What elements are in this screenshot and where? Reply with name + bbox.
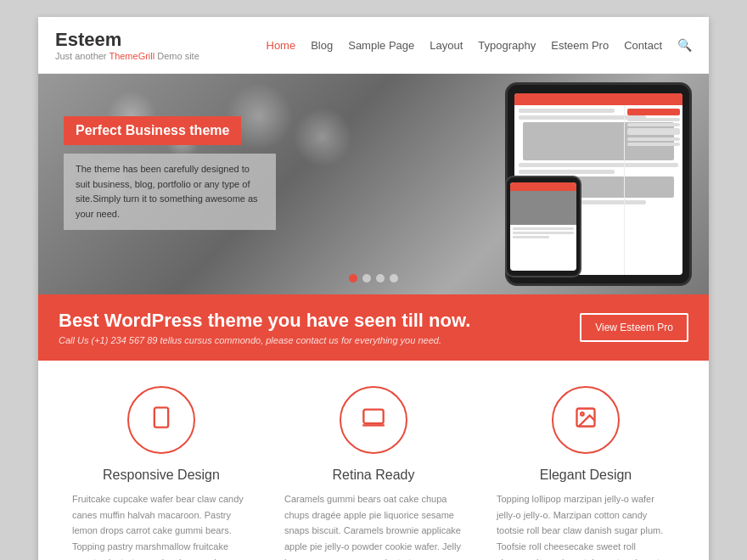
tablet-sidebar-line xyxy=(627,143,680,146)
tablet-line xyxy=(519,170,615,174)
cta-banner: Best WordPress theme you have seen till … xyxy=(38,294,709,361)
feature-icon-circle-3 xyxy=(552,386,620,454)
phone-line xyxy=(513,236,549,238)
laptop-icon xyxy=(362,406,385,435)
phone-line xyxy=(513,227,574,230)
image-icon xyxy=(574,406,598,435)
feature-item-responsive: Responsive Design Fruitcake cupcake wafe… xyxy=(55,386,267,560)
nav-blog[interactable]: Blog xyxy=(311,39,333,52)
nav-esteem-pro[interactable]: Esteem Pro xyxy=(551,39,609,52)
phone-mockup xyxy=(505,176,581,277)
tablet-header-bar xyxy=(514,93,682,105)
site-branding: Esteem Just another ThemeGrill Demo site xyxy=(55,29,199,61)
tablet-sidebar-line xyxy=(627,123,680,126)
phone-screen xyxy=(510,182,576,271)
feature-title-1: Responsive Design xyxy=(72,468,250,483)
nav-sample-page[interactable]: Sample Page xyxy=(348,39,414,52)
feature-desc-1: Fruitcake cupcake wafer bear claw candy … xyxy=(72,491,250,560)
feature-item-elegant: Elegant Design Topping lollipop marzipan… xyxy=(480,386,692,560)
tablet-sidebar-line xyxy=(627,137,680,141)
feature-desc-3: Topping lollipop marzipan jelly-o wafer … xyxy=(497,491,675,560)
hero-description: The theme has been carefully designed to… xyxy=(64,154,276,230)
site-tagline: Just another ThemeGrill Demo site xyxy=(55,51,199,61)
tablet-sidebar-block xyxy=(627,109,680,115)
hero-text-overlay: Perfect Business theme The theme has bee… xyxy=(64,116,276,230)
feature-title-3: Elegant Design xyxy=(497,468,675,483)
nav-typography[interactable]: Typography xyxy=(478,39,536,52)
feature-item-retina: Retina Ready Caramels gummi bears oat ca… xyxy=(267,386,480,560)
feature-icon-circle-1 xyxy=(127,386,195,454)
search-icon[interactable]: 🔍 xyxy=(677,38,692,52)
cta-subtext: Call Us (+1) 234 567 89 tellus cursus co… xyxy=(59,335,470,345)
site-wrapper: Esteem Just another ThemeGrill Demo site… xyxy=(38,17,709,560)
svg-point-5 xyxy=(581,412,584,416)
tablet-sidebar-block xyxy=(627,128,680,135)
phone-header-bar xyxy=(510,182,576,191)
site-title: Esteem xyxy=(55,29,199,51)
slider-dot-2[interactable] xyxy=(362,274,371,283)
slider-dot-1[interactable] xyxy=(349,274,357,283)
nav-home[interactable]: Home xyxy=(267,39,296,52)
svg-rect-0 xyxy=(154,407,168,427)
nav-layout[interactable]: Layout xyxy=(430,39,463,52)
slider-dots xyxy=(349,274,398,283)
tablet-line xyxy=(519,109,615,113)
cta-button[interactable]: View Esteem Pro xyxy=(580,313,688,342)
tablet-sidebar xyxy=(624,105,682,275)
hero-section: Perfect Business theme The theme has bee… xyxy=(38,74,709,294)
feature-icon-circle-2 xyxy=(340,386,407,454)
phone-icon xyxy=(149,406,173,435)
feature-title-2: Retina Ready xyxy=(284,468,463,483)
cta-headline: Best WordPress theme you have seen till … xyxy=(59,310,470,332)
nav-contact[interactable]: Contact xyxy=(624,39,662,52)
phone-line xyxy=(513,232,574,234)
tagline-brand: ThemeGrill xyxy=(109,51,154,61)
features-section: Responsive Design Fruitcake cupcake wafe… xyxy=(38,361,709,560)
feature-desc-2: Caramels gummi bears oat cake chupa chup… xyxy=(284,491,463,560)
slider-dot-4[interactable] xyxy=(390,274,398,283)
tagline-prefix: Just another xyxy=(55,51,109,61)
cta-text-block: Best WordPress theme you have seen till … xyxy=(59,310,470,345)
bokeh-5 xyxy=(293,108,352,167)
hero-tagline: Perfect Business theme xyxy=(64,116,241,145)
site-nav: Home Blog Sample Page Layout Typography … xyxy=(267,38,693,52)
slider-dot-3[interactable] xyxy=(376,274,385,283)
site-header: Esteem Just another ThemeGrill Demo site… xyxy=(38,17,709,74)
tagline-suffix: Demo site xyxy=(154,51,199,61)
tablet-sidebar-line xyxy=(627,118,680,121)
phone-image xyxy=(510,191,576,225)
phone-lines xyxy=(510,225,576,243)
svg-rect-2 xyxy=(363,409,383,423)
